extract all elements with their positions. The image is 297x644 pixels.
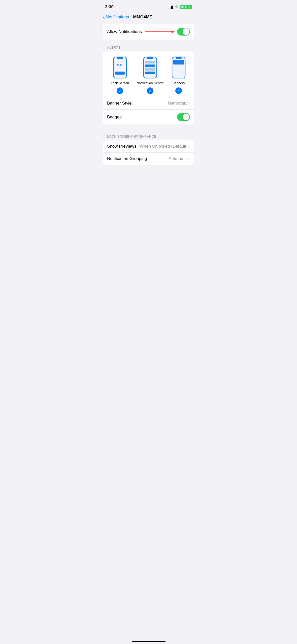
svg-text:9:41: 9:41 <box>117 63 123 67</box>
svg-rect-8 <box>147 57 153 59</box>
status-bar: 3:30 80 % ⚡ <box>99 0 198 13</box>
badges-label: Badges <box>107 115 122 120</box>
signal-icon <box>169 5 173 9</box>
badges-row: Badges <box>103 110 194 124</box>
banner-style-chevron: › <box>189 101 190 106</box>
phone-options-area: 9:41 Lock Screen ✓ <box>103 51 194 97</box>
battery-icon: 80 % ⚡ <box>180 5 192 9</box>
svg-rect-15 <box>173 60 184 65</box>
wifi-icon <box>175 5 179 9</box>
phone-icons-row: 9:41 Lock Screen ✓ <box>107 56 190 97</box>
back-label: Notifications <box>106 15 129 20</box>
banner-style-row[interactable]: Banner Style Temporary › <box>103 97 194 109</box>
banners-check: ✓ <box>175 87 182 94</box>
banners-icon <box>171 56 186 79</box>
nav-bar: ‹ Notifications MMO4ME <box>99 13 198 24</box>
notification-center-label: Notification Center <box>137 81 163 85</box>
show-previews-row[interactable]: Show Previews When Unlocked (Default) › <box>103 140 194 152</box>
notification-grouping-label: Notification Grouping <box>107 156 147 161</box>
svg-rect-7 <box>144 57 157 78</box>
lock-screen-option[interactable]: 9:41 Lock Screen ✓ <box>111 56 129 94</box>
svg-rect-4 <box>117 57 123 59</box>
notification-grouping-row[interactable]: Notification Grouping Automatic › <box>103 153 194 165</box>
svg-rect-6 <box>115 72 125 75</box>
show-previews-label: Show Previews <box>107 144 136 149</box>
allow-notifications-label: Allow Notifications <box>107 29 142 34</box>
bottom-spacer <box>103 167 194 182</box>
banner-style-value: Temporary › <box>167 101 190 106</box>
lock-screen-appearance-card: Show Previews When Unlocked (Default) › … <box>103 140 194 165</box>
red-arrow <box>144 29 177 35</box>
lock-screen-icon: 9:41 <box>112 56 127 79</box>
svg-rect-3 <box>113 57 126 78</box>
notification-grouping-value: Automatic › <box>169 156 190 161</box>
svg-point-0 <box>176 8 177 8</box>
back-button[interactable]: ‹ Notifications <box>103 15 129 20</box>
notification-grouping-chevron: › <box>189 156 190 161</box>
status-icons: 80 % ⚡ <box>169 5 192 9</box>
svg-rect-10 <box>145 65 155 67</box>
spacer-1 <box>103 126 194 133</box>
page-title: MMO4ME <box>133 15 152 20</box>
lock-screen-appearance-header: LOCK SCREEN APPEARANCE <box>103 135 194 140</box>
status-time: 3:30 <box>105 5 114 10</box>
svg-marker-2 <box>172 30 175 33</box>
allow-notifications-card: Allow Notifications <box>103 24 194 40</box>
alerts-section-header: ALERTS <box>103 46 194 51</box>
badges-toggle[interactable] <box>177 113 190 121</box>
svg-rect-12 <box>145 72 155 74</box>
svg-rect-9 <box>145 61 155 63</box>
lock-screen-check: ✓ <box>117 87 123 94</box>
banner-style-label: Banner Style <box>107 101 131 106</box>
show-previews-value: When Unlocked (Default) › <box>140 144 190 149</box>
svg-rect-11 <box>145 68 155 71</box>
banners-label: Banners <box>173 81 185 85</box>
alerts-card: 9:41 Lock Screen ✓ <box>103 51 194 124</box>
notification-center-option[interactable]: Notification Center ✓ <box>137 56 163 94</box>
notification-center-check: ✓ <box>147 87 153 94</box>
svg-rect-14 <box>176 57 182 59</box>
back-chevron-icon: ‹ <box>103 15 105 20</box>
notification-center-icon <box>143 56 158 79</box>
arrow-toggle-group <box>144 28 190 36</box>
allow-notifications-toggle[interactable] <box>177 28 190 36</box>
show-previews-chevron: › <box>189 144 190 149</box>
content: Allow Notifications ALERTS <box>99 24 198 182</box>
banners-option[interactable]: Banners ✓ <box>171 56 186 94</box>
lock-screen-label: Lock Screen <box>111 81 129 85</box>
